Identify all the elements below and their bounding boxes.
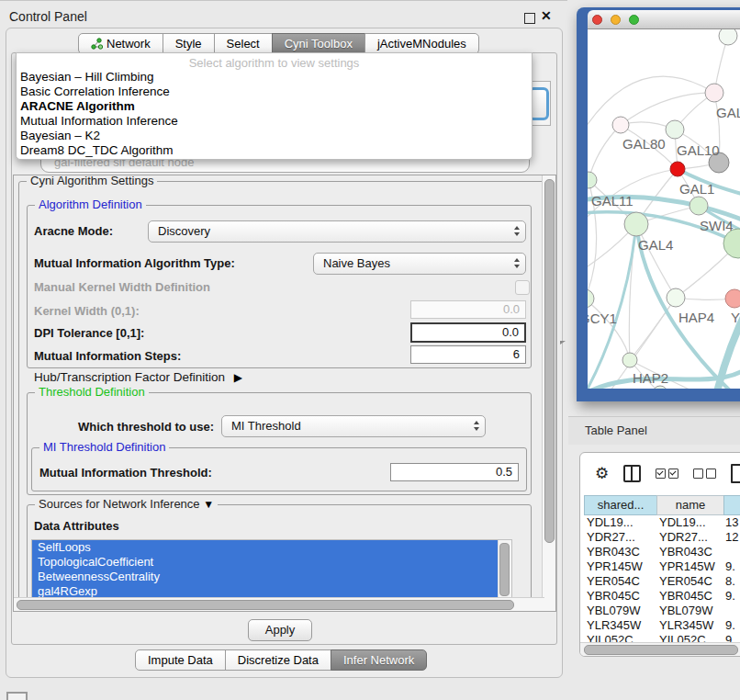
dpi-tolerance-field[interactable]: 0.0	[410, 322, 526, 343]
network-node[interactable]	[588, 289, 594, 308]
network-node[interactable]	[666, 120, 684, 139]
table-cell: YPR145W	[659, 559, 715, 573]
float-window-icon[interactable]	[524, 13, 535, 24]
algorithm-option[interactable]: Bayesian – K2	[17, 129, 532, 143]
tab-label: Discretize Data	[238, 650, 319, 670]
attribute-item[interactable]: BetweennessCentrality	[32, 570, 504, 584]
scrollbar-thumb[interactable]	[499, 543, 510, 596]
attribute-item[interactable]: TopologicalCoefficient	[32, 555, 504, 570]
tab-cyni-toolbox[interactable]: Cyni Toolbox	[272, 33, 365, 54]
network-node[interactable]	[622, 353, 637, 367]
collapsed-arrow-icon: ▶	[234, 371, 242, 384]
tab-style[interactable]: Style	[163, 33, 215, 54]
network-node[interactable]	[670, 162, 685, 176]
table-row[interactable]: YPR145WYPR145W9.	[580, 559, 740, 574]
node-label: SWI4	[700, 218, 734, 233]
network-node[interactable]	[653, 386, 667, 389]
column-header[interactable]	[723, 495, 740, 515]
tab-network[interactable]: Network	[78, 33, 163, 54]
network-node[interactable]	[690, 197, 708, 215]
tab-discretize-data[interactable]: Discretize Data	[225, 649, 331, 671]
column-header[interactable]: shared...	[584, 495, 657, 515]
table-cell: YBR043C	[587, 545, 640, 559]
hub-definition-label: Hub/Transcription Factor Definition	[34, 370, 225, 384]
network-canvas[interactable]: GALGAL80GAL10GAL1GAL11SWI4GAL4GCY1HAP4YH…	[588, 29, 740, 389]
close-icon[interactable]: ✕	[541, 8, 552, 23]
algorithm-option[interactable]: ARACNE Algorithm	[17, 99, 532, 114]
apply-button[interactable]: Apply	[248, 619, 312, 641]
kernel-width-field[interactable]: 0.0	[410, 300, 526, 319]
new-table-icon[interactable]	[731, 464, 740, 483]
mi-algorithm-type-combobox[interactable]: Naive Bayes	[313, 253, 526, 275]
tab-infer-network[interactable]: Infer Network	[331, 649, 427, 671]
tab-label: Impute Data	[148, 650, 213, 670]
hub-definition-expander[interactable]: Hub/Transcription Factor Definition ▶	[34, 370, 242, 384]
scrollbar-thumb[interactable]	[584, 645, 738, 655]
zoom-button[interactable]	[629, 15, 639, 25]
network-edge	[621, 93, 714, 125]
table-cell: YER054C	[587, 574, 640, 588]
control-panel-bottom-tabs: Impute DataDiscretize DataInfer Network	[135, 649, 427, 671]
network-edge	[589, 125, 621, 180]
network-window-titlebar[interactable]	[588, 10, 740, 29]
table-cell: YBL079W	[659, 604, 713, 617]
table-cell: YLR345W	[587, 618, 641, 632]
split-columns-icon[interactable]	[623, 465, 641, 482]
tab-impute-data[interactable]: Impute Data	[135, 649, 226, 671]
network-node[interactable]	[624, 212, 648, 236]
scrollbar-thumb[interactable]	[544, 179, 555, 543]
expanded-arrow-icon: ▼	[203, 498, 214, 511]
table-row[interactable]: YIL052CYIL052C9	[580, 633, 740, 642]
minimize-button[interactable]	[611, 15, 621, 25]
gear-icon[interactable]: ⚙	[595, 466, 609, 481]
minimized-panel-icon[interactable]	[6, 692, 28, 700]
mi-threshold-field[interactable]: 0.5	[390, 463, 519, 481]
node-label: GAL	[716, 105, 740, 120]
table-row[interactable]: YER054CYER054C8.	[580, 574, 740, 589]
network-node[interactable]	[667, 288, 685, 307]
table-row[interactable]: YDR27...YDR27...12	[580, 530, 740, 545]
attribute-item[interactable]: SelfLoops	[32, 540, 504, 555]
settings-horizontal-scrollbar[interactable]	[14, 597, 544, 611]
tab-jactivemnodules[interactable]: jActiveMNodules	[364, 33, 479, 54]
algorithm-option[interactable]: Basic Correlation Inference	[17, 85, 532, 99]
table-cell: YIL052C	[659, 633, 706, 642]
table-row[interactable]: YBL079WYBL079W	[580, 604, 740, 618]
scrollbar-thumb[interactable]	[17, 600, 514, 610]
table-row[interactable]: YBR045CYBR045C9.	[580, 589, 740, 604]
table-row[interactable]: YLR345WYLR345W9.	[580, 618, 740, 633]
table-cell: YDR27...	[587, 530, 635, 544]
tab-select[interactable]: Select	[214, 33, 273, 54]
algorithm-option[interactable]: Mutual Information Inference	[17, 114, 532, 129]
algorithm-option[interactable]: Bayesian – Hill Climbing	[17, 70, 532, 85]
network-node[interactable]	[612, 117, 629, 133]
network-edge	[588, 76, 714, 132]
group-title: Cyni Algorithm Settings	[27, 175, 157, 187]
network-node[interactable]	[705, 84, 723, 102]
kernel-width-label: Kernel Width (0,1):	[34, 304, 140, 318]
group-title: Sources for Network Inference ▼	[35, 497, 218, 511]
aracne-mode-combobox[interactable]: Discovery	[148, 220, 526, 243]
algorithm-option[interactable]: Dream8 DC_TDC Algorithm	[17, 143, 532, 158]
network-node[interactable]	[719, 29, 737, 45]
cyni-settings-scrollpane: Cyni Algorithm Settings Algorithm Defini…	[13, 175, 556, 612]
mi-steps-field[interactable]: 6	[410, 345, 526, 364]
control-panel-title: Control Panel	[9, 9, 87, 24]
network-node[interactable]	[725, 289, 740, 308]
table-row[interactable]: YBR043CYBR043C	[580, 545, 740, 559]
control-panel-titlebar: Control Panel ✕	[0, 0, 567, 28]
table-cell: YIL052C	[587, 633, 633, 642]
close-button[interactable]	[592, 15, 602, 25]
node-label: GAL4	[638, 237, 673, 253]
column-header[interactable]: name	[656, 495, 724, 515]
aracne-mode-label: Aracne Mode:	[34, 224, 113, 238]
manual-kernel-checkbox[interactable]	[515, 280, 530, 295]
deselect-columns-icon[interactable]	[693, 469, 716, 479]
splitter-arrow-icon[interactable]	[560, 341, 566, 344]
table-horizontal-scrollbar[interactable]	[580, 642, 740, 656]
select-all-columns-icon[interactable]	[656, 469, 678, 479]
which-threshold-combobox[interactable]: MI Threshold	[221, 415, 486, 437]
table-row[interactable]: YDL19...YDL19...13	[580, 515, 740, 530]
sources-title: Sources for Network Inference	[39, 497, 200, 511]
settings-vertical-scrollbar[interactable]	[542, 175, 555, 611]
